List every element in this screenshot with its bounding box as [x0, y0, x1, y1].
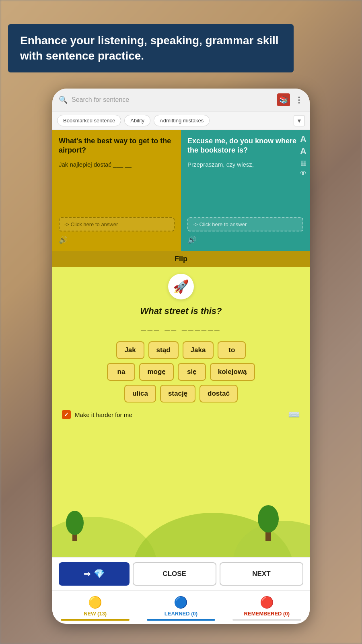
card-yellow-title: What's the best way to get to the airpor…	[59, 136, 175, 155]
search-right-icons: 📚 ⋮	[277, 93, 303, 106]
rocket-icon: 🚀	[168, 274, 194, 299]
hint-button[interactable]: ⇒ 💎	[59, 562, 130, 586]
svg-point-4	[66, 511, 84, 535]
word-row-1: Jak stąd Jaka to	[116, 341, 246, 359]
tab-new-gem: 🟡	[88, 596, 102, 609]
tab-learned-label: LEARNED (0)	[165, 611, 197, 617]
card-yellow-translation: Jak najlepiej dostać ___ __________	[59, 160, 175, 177]
filter-tabs: Bookmarked sentence Ability Admitting mi…	[52, 111, 310, 130]
word-btn-stacje[interactable]: stację	[160, 385, 195, 402]
game-question: What street is this?	[140, 306, 222, 316]
card-yellow-sound-icon[interactable]: 🔊	[59, 235, 175, 244]
card-icon-grid: ▦	[300, 159, 306, 167]
word-btn-to[interactable]: to	[218, 341, 246, 359]
tab-remembered-label: REMEMBERED (0)	[244, 611, 290, 617]
word-btn-moge[interactable]: mogę	[139, 363, 173, 381]
word-btn-stad[interactable]: stąd	[148, 341, 179, 359]
tab-learned[interactable]: 🔵 LEARNED (0)	[138, 596, 224, 621]
filter-dropdown-arrow[interactable]: ▼	[294, 115, 305, 126]
card-icon-eye: 👁	[300, 170, 306, 177]
keyboard-icon[interactable]: ⌨️	[288, 409, 300, 420]
card-teal[interactable]: A A ▦ 👁 Excuse me, do you know where the…	[181, 130, 310, 251]
search-bar: 🔍 Search for sentence 📚 ⋮	[52, 89, 310, 111]
word-btn-jak[interactable]: Jak	[116, 341, 144, 359]
word-row-3: ulica stację dostać	[124, 385, 238, 402]
banner-text: Enhance your listening, speaking, gramma…	[20, 34, 279, 62]
word-btn-jaka[interactable]: Jaka	[183, 341, 214, 359]
tab-admitting[interactable]: Admitting mistakes	[154, 115, 210, 126]
book-icon[interactable]: 📚	[277, 93, 290, 106]
hint-arrow-icon: ⇒	[84, 569, 90, 579]
cards-row: What's the best way to get to the airpor…	[52, 130, 310, 251]
word-buttons-area: Jak stąd Jaka to na mogę się kolejową ul…	[60, 341, 302, 402]
card-teal-sound-icon[interactable]: 🔊	[187, 235, 303, 244]
tab-new-bar	[61, 619, 130, 621]
card-icon-A1: A	[300, 135, 306, 144]
flip-button[interactable]: Flip	[52, 251, 310, 267]
card-teal-icons: A A ▦ 👁	[300, 135, 306, 177]
hint-gem-icon: 💎	[94, 569, 105, 579]
phone-container: 🔍 Search for sentence 📚 ⋮ Bookmarked sen…	[52, 89, 310, 624]
tab-remembered-bar	[232, 619, 301, 621]
tab-learned-bar	[147, 619, 216, 621]
search-input[interactable]: Search for sentence	[72, 96, 273, 103]
harder-checkbox[interactable]: ✓	[62, 410, 71, 419]
checkbox-left: ✓ Make it harder for me	[62, 410, 132, 419]
game-area: 🚀 What street is this? ___ __ ______ Jak…	[52, 267, 310, 557]
tab-remembered-gem: 🔴	[260, 596, 274, 609]
word-btn-ulica[interactable]: ulica	[124, 385, 156, 402]
word-row-2: na mogę się kolejową	[107, 363, 255, 381]
top-banner: Enhance your listening, speaking, gramma…	[8, 24, 294, 72]
tab-new-label: NEW (13)	[84, 611, 107, 617]
word-btn-sie[interactable]: się	[178, 363, 206, 381]
tab-new[interactable]: 🟡 NEW (13)	[52, 596, 138, 621]
card-icon-A2: A	[300, 147, 306, 156]
card-teal-answer-box[interactable]: -> Click here to answer	[187, 217, 303, 231]
harder-label: Make it harder for me	[75, 411, 132, 418]
svg-point-6	[258, 505, 279, 533]
bottom-tabs: 🟡 NEW (13) 🔵 LEARNED (0) 🔴 REMEMBERED (0…	[52, 590, 310, 624]
close-button[interactable]: CLOSE	[133, 562, 216, 586]
tab-ability[interactable]: Ability	[124, 115, 150, 126]
game-bg-decoration	[52, 477, 310, 557]
tab-learned-gem: 🔵	[174, 596, 188, 609]
word-btn-dostac[interactable]: dostać	[200, 385, 238, 402]
word-btn-na[interactable]: na	[107, 363, 135, 381]
card-teal-translation: Przepraszam, czy wiesz,___ ___	[187, 160, 303, 177]
more-options-icon[interactable]: ⋮	[295, 95, 303, 105]
checkbox-row: ✓ Make it harder for me ⌨️	[60, 409, 302, 420]
card-teal-title: Excuse me, do you know where the booksto…	[187, 136, 303, 155]
card-yellow-answer-box[interactable]: -> Click here to answer	[59, 217, 175, 231]
card-yellow[interactable]: What's the best way to get to the airpor…	[52, 130, 181, 251]
answer-blanks: ___ __ ______	[141, 321, 221, 332]
next-button[interactable]: NEXT	[220, 562, 303, 586]
action-buttons: ⇒ 💎 CLOSE NEXT	[52, 557, 310, 590]
tab-bookmarked[interactable]: Bookmarked sentence	[57, 115, 121, 126]
tab-remembered[interactable]: 🔴 REMEMBERED (0)	[224, 596, 310, 621]
word-btn-kolejowa[interactable]: kolejową	[210, 363, 255, 381]
search-icon: 🔍	[59, 95, 68, 104]
